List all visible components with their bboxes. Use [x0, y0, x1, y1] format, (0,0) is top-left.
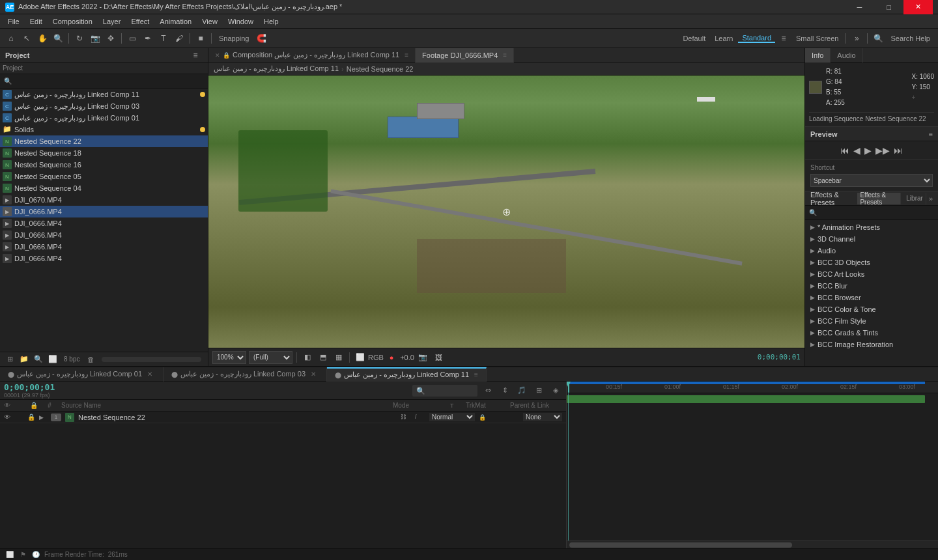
tl-icon-3[interactable]: 🎵: [515, 384, 528, 397]
row-link-btn[interactable]: ⛓: [401, 413, 411, 421]
shortcut-select[interactable]: Spacebar: [810, 174, 933, 187]
effects-item-bcc-browser[interactable]: ▶ BCC Browser: [805, 292, 938, 303]
timeline-tab-comp03[interactable]: ⬤ رودبارچیره - زمین عباس Linked Comp 03 …: [163, 367, 327, 382]
effects-item-bcc-art[interactable]: ▶ BCC Art Looks: [805, 268, 938, 280]
effects-item-bcc3d[interactable]: ▶ BCC 3D Objects: [805, 257, 938, 268]
menu-animation[interactable]: Animation: [154, 14, 197, 29]
project-item-dji0666-4[interactable]: ▶ DJI_0666.MP4: [0, 241, 208, 253]
camera-btn[interactable]: 📷: [88, 31, 102, 46]
workspace-default[interactable]: Default: [679, 35, 709, 42]
tl-icon-solo[interactable]: ◈: [549, 384, 562, 397]
tab-info[interactable]: Info: [805, 48, 831, 63]
rotate-btn[interactable]: ↻: [72, 31, 87, 46]
tl-track-bar-nested22[interactable]: [567, 395, 925, 403]
search-help-icon[interactable]: 🔍: [871, 31, 885, 46]
project-item-nested22[interactable]: N Nested Sequence 22: [0, 135, 208, 147]
menu-help[interactable]: Help: [259, 14, 284, 29]
workspace-menu-btn[interactable]: ≡: [776, 31, 791, 46]
preview-next-btn[interactable]: ▶▶: [875, 145, 890, 156]
preview-menu-btn[interactable]: ≡: [929, 130, 933, 138]
timeline-tab-comp11[interactable]: ⬤ رودبارچیره - زمین عباس Linked Comp 11 …: [327, 367, 487, 382]
fit-height-btn[interactable]: ⬒: [317, 351, 330, 364]
project-item-dji0666-2[interactable]: ▶ DJI_0666.MP4: [0, 217, 208, 229]
hand-btn[interactable]: ✋: [35, 31, 50, 46]
maximize-button[interactable]: □: [874, 0, 903, 14]
checkerboard-btn[interactable]: ▦: [332, 351, 345, 364]
row-effect-btn[interactable]: /: [415, 413, 425, 421]
effects-tab-effects[interactable]: Effects & Presets: [857, 193, 901, 204]
project-menu-btn[interactable]: ≡: [188, 48, 203, 63]
project-item-nested04[interactable]: N Nested Sequence 04: [0, 182, 208, 194]
color-correction-btn[interactable]: ●: [385, 351, 398, 364]
project-scrollbar[interactable]: [102, 357, 201, 362]
tl-icon-4[interactable]: ⊞: [532, 384, 545, 397]
preview-prev-btn[interactable]: ◀: [853, 145, 860, 156]
project-item-solids[interactable]: 📁 Solids: [0, 124, 208, 135]
project-item-dji0670[interactable]: ▶ DJI_0670.MP4: [0, 194, 208, 206]
workspace-small-screen[interactable]: Small Screen: [792, 35, 842, 42]
effects-item-bcc-film[interactable]: ▶ BCC Film Style: [805, 315, 938, 327]
channel-btn[interactable]: RGB: [369, 351, 382, 364]
effects-tab-library[interactable]: Librar: [903, 193, 926, 204]
tab-close-icon[interactable]: ✕: [215, 52, 220, 59]
tl-icon-2[interactable]: ⇕: [498, 384, 511, 397]
menu-view[interactable]: View: [197, 14, 223, 29]
tl-scroll-thumb[interactable]: [569, 542, 792, 548]
project-item-comp01[interactable]: C رودبارچیره - زمین عباس Linked Comp 01: [0, 112, 208, 124]
workspace-learn[interactable]: Learn: [711, 35, 737, 42]
pen-btn[interactable]: ✒: [141, 31, 155, 46]
viewer-tab-footage[interactable]: Footage DJI_0666.MP4 ≡: [416, 48, 514, 63]
project-item-dji0666-1[interactable]: ▶ DJI_0666.MP4: [0, 206, 208, 217]
project-item-comp11[interactable]: C رودبارچیره - زمین عباس Linked Comp 11: [0, 89, 208, 100]
viewer-tab-comp[interactable]: ✕ 🔒 Composition رودبارچیره - زمین عباس L…: [208, 48, 416, 63]
row-lock-btn[interactable]: 🔒: [27, 413, 35, 421]
project-item-nested16[interactable]: N Nested Sequence 16: [0, 159, 208, 171]
tl-icon-1[interactable]: ⇔: [481, 384, 494, 397]
show-snapshot-btn[interactable]: 🖼: [432, 351, 445, 364]
menu-composition[interactable]: Composition: [48, 14, 98, 29]
row-eye-btn[interactable]: 👁: [4, 413, 12, 421]
fit-width-btn[interactable]: ◧: [301, 351, 314, 364]
effects-item-anim-presets[interactable]: ▶ * Animation Presets: [805, 221, 938, 233]
effects-search-input[interactable]: [819, 209, 934, 217]
tab11-menu[interactable]: ≡: [474, 371, 478, 378]
effects-expand-btn[interactable]: »: [929, 195, 933, 203]
minimize-button[interactable]: ─: [845, 0, 874, 14]
row-motion-btn[interactable]: 🔒: [479, 414, 489, 421]
effects-item-bcc-grads[interactable]: ▶ BCC Grads & Tints: [805, 327, 938, 339]
tab-close-comp03[interactable]: ✕: [308, 369, 319, 380]
row-expand-btn[interactable]: ▶: [39, 414, 47, 421]
project-item-dji0666-5[interactable]: ▶ DJI_0666.MP4: [0, 253, 208, 264]
footage-tab-menu[interactable]: ≡: [503, 51, 507, 59]
pan-btn[interactable]: ✥: [104, 31, 118, 46]
project-search-input[interactable]: [14, 77, 204, 85]
effects-item-bcc-image[interactable]: ▶ BCC Image Restoration: [805, 339, 938, 350]
expand-btn[interactable]: »: [849, 31, 864, 46]
row-mode-select[interactable]: Normal: [429, 413, 475, 421]
tab-close-comp01[interactable]: ✕: [145, 369, 155, 380]
workspace-standard[interactable]: Standard: [738, 34, 775, 43]
project-item-dji0666-3[interactable]: ▶ DJI_0666.MP4: [0, 229, 208, 241]
tl-ruler[interactable]: 00:15f 01:00f 01:15f 02:00f 02:15f 03:00…: [567, 382, 938, 393]
folder-btn[interactable]: 📁: [18, 354, 30, 365]
project-item-comp03[interactable]: C رودبارچیره - زمین عباس Linked Comp 03: [0, 100, 208, 112]
tl-work-area[interactable]: [567, 382, 925, 384]
mask-btn[interactable]: ▭: [125, 31, 139, 46]
color-btn[interactable]: ⬜: [47, 354, 59, 365]
menu-window[interactable]: Window: [223, 14, 259, 29]
preview-play-btn[interactable]: ▶: [864, 145, 872, 156]
text-btn[interactable]: T: [156, 31, 171, 46]
effects-item-3d-channel[interactable]: ▶ 3D Channel: [805, 233, 938, 245]
breadcrumb-parent[interactable]: رودبارچیره - زمین عباس Linked Comp 11: [214, 64, 339, 73]
menu-effect[interactable]: Effect: [126, 14, 154, 29]
delete-btn[interactable]: 🗑: [85, 354, 96, 365]
tab-audio[interactable]: Audio: [831, 48, 862, 63]
tl-scroll-bar[interactable]: [567, 540, 938, 548]
search-btn[interactable]: 🔍: [33, 354, 44, 365]
snapshot-btn[interactable]: 📷: [416, 351, 429, 364]
preview-first-btn[interactable]: ⏮: [840, 145, 849, 156]
effects-item-bcc-blur[interactable]: ▶ BCC Blur: [805, 280, 938, 292]
tab-menu-icon[interactable]: ≡: [405, 51, 408, 59]
project-item-nested05[interactable]: N Nested Sequence 05: [0, 171, 208, 182]
quality-select[interactable]: (Full) (Half) (Quarter): [249, 351, 292, 364]
